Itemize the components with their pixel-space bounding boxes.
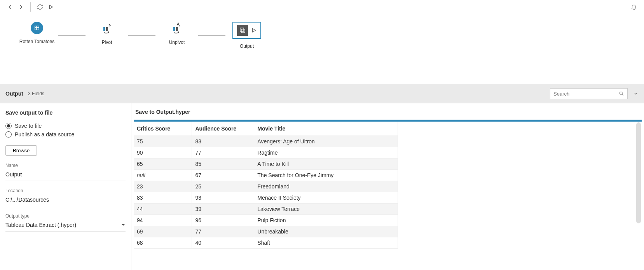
flow-canvas[interactable]: Rotten Tomatoes Pivot A z Unp (0, 14, 644, 84)
table-row[interactable]: 2325Freedomland (134, 181, 398, 192)
table-wrap[interactable]: Critics Score Audience Score Movie Title… (134, 122, 642, 270)
cell-title: Menace II Society (254, 192, 398, 204)
table-row[interactable]: 6840Shaft (134, 237, 398, 249)
right-panel: Save to Output.hyper Critics Score Audie… (131, 103, 644, 270)
right-panel-heading: Save to Output.hyper (131, 103, 644, 120)
cell-audience: 39 (192, 204, 254, 215)
flow-connector (198, 35, 225, 36)
play-icon (251, 28, 257, 33)
refresh-button[interactable] (35, 2, 45, 12)
cell-audience: 96 (192, 215, 254, 226)
flow-node-output[interactable]: Output (225, 22, 268, 49)
svg-rect-8 (241, 29, 245, 33)
output-box (232, 22, 261, 39)
cell-audience: 25 (192, 181, 254, 192)
radio-save-to-file[interactable]: Save to file (5, 123, 126, 129)
svg-point-9 (620, 92, 622, 94)
svg-rect-5 (173, 27, 175, 31)
name-field-group: Name Output (5, 163, 126, 181)
table-row[interactable]: 9496Pulp Fiction (134, 215, 398, 226)
flow-node-input[interactable]: Rotten Tomatoes (16, 22, 58, 44)
column-header[interactable]: Movie Title (254, 122, 398, 136)
svg-rect-2 (106, 27, 108, 31)
chevron-down-icon (121, 223, 126, 227)
output-type-value: Tableau Data Extract (.hyper) (5, 222, 76, 228)
radio-icon (5, 123, 12, 129)
svg-rect-6 (176, 27, 178, 31)
forward-button[interactable] (16, 2, 26, 12)
cell-audience: 85 (192, 159, 254, 170)
flow-node-unpivot[interactable]: A z Unpivot (155, 22, 198, 45)
cell-critics: 83 (134, 192, 192, 204)
pane-title: Output (5, 91, 23, 97)
table-row[interactable]: 6977Unbreakable (134, 226, 398, 237)
output-type-select[interactable]: Tableau Data Extract (.hyper) (5, 220, 126, 232)
svg-text:z: z (179, 24, 180, 27)
pane-header: Output 3 Fields (0, 84, 644, 103)
output-type-label: Output type (5, 213, 126, 219)
toolbar-divider (30, 2, 31, 12)
notifications-button[interactable] (628, 2, 639, 12)
cell-audience: 40 (192, 237, 254, 249)
cell-critics: 90 (134, 147, 192, 159)
cell-title: Freedomland (254, 181, 398, 192)
search-input[interactable] (553, 91, 619, 97)
flow-node-label: Rotten Tomatoes (19, 39, 55, 44)
cell-title: Unbreakable (254, 226, 398, 237)
cell-critics: 94 (134, 215, 192, 226)
cell-title: The Search for One-Eye Jimmy (254, 170, 398, 181)
radio-icon (5, 131, 12, 138)
cell-audience: 83 (192, 136, 254, 147)
location-value[interactable]: C:\...\Datasources (5, 195, 126, 206)
flow-node-pivot[interactable]: Pivot (86, 22, 128, 45)
flow-node-label: Unpivot (169, 40, 185, 45)
left-panel: Save output to file Save to file Publish… (0, 103, 131, 270)
column-header[interactable]: Audience Score (192, 122, 254, 136)
cell-critics: 23 (134, 181, 192, 192)
radio-label: Save to file (15, 123, 42, 129)
preview-table: Critics Score Audience Score Movie Title… (134, 122, 398, 249)
collapse-toggle[interactable] (633, 91, 639, 96)
table-row[interactable]: 6585A Time to Kill (134, 159, 398, 170)
location-label: Location (5, 188, 126, 193)
svg-rect-7 (240, 28, 244, 31)
toolbar (0, 0, 644, 14)
flow-connector (128, 35, 155, 36)
flow-connector (58, 35, 86, 36)
column-header[interactable]: Critics Score (134, 122, 192, 136)
table-row[interactable]: null67The Search for One-Eye Jimmy (134, 170, 398, 181)
cell-title: Lakeview Terrace (254, 204, 398, 215)
datasource-icon (31, 22, 43, 34)
output-type-field-group: Output type Tableau Data Extract (.hyper… (5, 213, 126, 232)
table-row[interactable]: 4439Lakeview Terrace (134, 204, 398, 215)
svg-rect-0 (35, 26, 39, 30)
location-field-group: Location C:\...\Datasources (5, 188, 126, 206)
table-row[interactable]: 7583Avengers: Age of Ultron (134, 136, 398, 147)
cell-title: Avengers: Age of Ultron (254, 136, 398, 147)
left-panel-heading: Save output to file (5, 110, 126, 116)
search-icon (619, 91, 624, 96)
cell-critics: 65 (134, 159, 192, 170)
radio-label: Publish as a data source (15, 131, 74, 138)
cell-critics: null (134, 170, 192, 181)
table-row[interactable]: 9077Ragtime (134, 147, 398, 159)
vertical-scrollbar[interactable] (636, 122, 641, 223)
flow-node-label: Pivot (102, 40, 112, 45)
back-button[interactable] (5, 2, 16, 12)
cell-critics: 68 (134, 237, 192, 249)
cell-title: A Time to Kill (254, 159, 398, 170)
flow-node-label: Output (240, 44, 254, 49)
search-box[interactable] (550, 88, 628, 99)
radio-publish[interactable]: Publish as a data source (5, 131, 126, 138)
cell-title: Shaft (254, 237, 398, 249)
name-value[interactable]: Output (5, 170, 126, 181)
run-button[interactable] (45, 2, 56, 12)
table-row[interactable]: 8393Menace II Society (134, 192, 398, 204)
browse-button[interactable]: Browse (5, 145, 37, 156)
cell-audience: 93 (192, 192, 254, 204)
output-icon (237, 25, 248, 36)
cell-title: Ragtime (254, 147, 398, 159)
cell-title: Pulp Fiction (254, 215, 398, 226)
name-label: Name (5, 163, 126, 168)
pane-subtitle: 3 Fields (28, 91, 44, 96)
